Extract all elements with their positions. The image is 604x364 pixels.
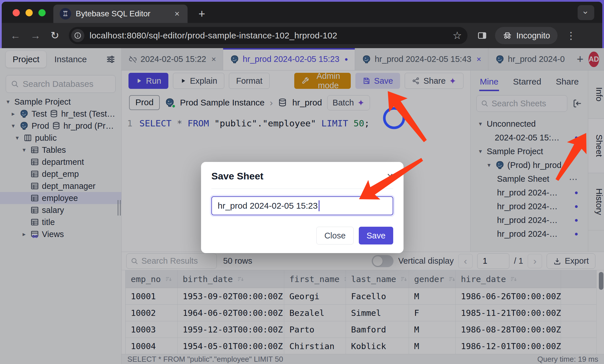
sheet-name-value: hr_prod 2024-02-05 15:23 <box>218 201 318 211</box>
dialog-close-icon[interactable]: × <box>387 171 393 182</box>
browser-tabstrip: ♖ Bytebase SQL Editor × + › <box>2 2 602 23</box>
window-minimize-button[interactable] <box>26 9 33 16</box>
back-button[interactable]: ← <box>10 30 21 42</box>
dialog-title: Save Sheet <box>211 171 263 182</box>
sheet-name-input[interactable]: hr_prod 2024-02-05 15:23 <box>211 196 393 215</box>
incognito-badge: Incognito <box>495 27 558 44</box>
bytebase-favicon-icon: ♖ <box>60 8 71 19</box>
browser-tab-close-icon[interactable]: × <box>173 9 181 19</box>
chevron-down-icon: › <box>581 11 591 14</box>
url-bar[interactable]: localhost:8080/sql-editor/prod-sample-in… <box>69 27 467 44</box>
browser-menu-icon[interactable]: ⋮ <box>566 30 576 41</box>
forward-button[interactable]: → <box>30 30 41 42</box>
window-close-button[interactable] <box>13 9 20 16</box>
url-text[interactable]: localhost:8080/sql-editor/prod-sample-in… <box>89 31 447 40</box>
save-sheet-dialog: Save Sheet × hr_prod 2024-02-05 15:23 Cl… <box>201 162 404 253</box>
new-browser-tab-button[interactable]: + <box>196 6 208 21</box>
browser-chrome: ♖ Bytebase SQL Editor × + › ← → ↻ localh… <box>2 2 602 48</box>
dialog-close-button[interactable]: Close <box>316 227 354 244</box>
reload-button[interactable]: ↻ <box>50 30 59 42</box>
incognito-label: Incognito <box>516 31 550 40</box>
incognito-icon <box>502 31 512 40</box>
side-panel-icon[interactable] <box>477 31 487 40</box>
site-info-icon[interactable] <box>71 29 84 42</box>
text-caret <box>319 200 319 211</box>
tab-search-button[interactable]: › <box>578 5 594 20</box>
dialog-save-button[interactable]: Save <box>359 227 393 244</box>
window-zoom-button[interactable] <box>38 9 46 16</box>
window-controls[interactable] <box>13 9 46 16</box>
browser-tab[interactable]: ♖ Bytebase SQL Editor × <box>53 5 188 23</box>
browser-tab-title: Bytebase SQL Editor <box>76 9 168 18</box>
dialog-divider <box>211 189 393 189</box>
browser-toolbar: ← → ↻ localhost:8080/sql-editor/prod-sam… <box>2 23 602 48</box>
bookmark-star-icon[interactable]: ☆ <box>453 30 462 42</box>
